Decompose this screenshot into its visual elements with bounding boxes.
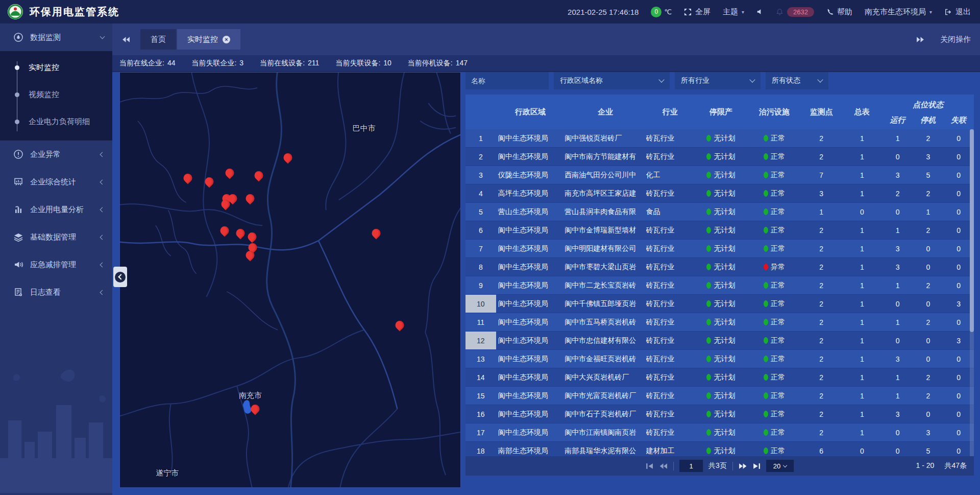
sidebar-item-enterprise-statistics[interactable]: 企业综合统计 xyxy=(0,168,112,196)
table-row[interactable]: 11阆中生态环境局阆中市五马桥页岩机砖砖瓦行业无计划正常21120 xyxy=(465,313,974,332)
tab-home[interactable]: 首页 xyxy=(140,29,176,50)
cell-company: 阆中明阳建材有限公司 xyxy=(565,240,646,257)
table-row[interactable]: 15阆中生态环境局阆中市光富页岩机砖厂砖瓦行业无计划正常21120 xyxy=(465,387,974,405)
header-monitor-points[interactable]: 监测点 xyxy=(801,95,842,129)
table-row[interactable]: 17阆中生态环境局阆中市江南镇阆南页岩砖瓦行业无计划正常21030 xyxy=(465,423,974,442)
previous-page-button[interactable] xyxy=(659,463,668,469)
table-row[interactable]: 10阆中生态环境局阆中千佛镇五郎垭页岩砖瓦行业无计划正常21003 xyxy=(465,295,974,313)
theme-dropdown[interactable]: 主题 ▾ xyxy=(723,7,744,17)
cell-production-status: 无计划 xyxy=(694,313,748,331)
cell-stopped: 2 xyxy=(913,313,943,331)
sidebar-item-video-monitoring[interactable]: 视频监控 xyxy=(0,81,112,108)
table-row[interactable]: 16阆中生态环境局阆中市石子页岩机砖厂砖瓦行业无计划正常21300 xyxy=(465,405,974,423)
status-filter-select[interactable]: 所有状态 xyxy=(766,72,828,89)
status-dot-icon xyxy=(706,319,711,325)
header-total-meters[interactable]: 总表 xyxy=(842,95,883,129)
industry-filter-select[interactable]: 所有行业 xyxy=(675,72,761,89)
cell-industry: 砖瓦行业 xyxy=(646,387,695,405)
cell-region: 阆中生态环境局 xyxy=(496,350,565,368)
sidebar-item-log-view[interactable]: 日志查看 xyxy=(0,278,112,306)
close-actions-button[interactable]: 关闭操作 xyxy=(940,35,971,44)
cell-stopped: 2 xyxy=(913,368,943,386)
table-row[interactable]: 1阆中生态环境局阆中强锐页岩砖厂砖瓦行业无计划正常21120 xyxy=(465,129,974,148)
cell-monitor-points: 2 xyxy=(801,350,842,368)
table-row[interactable]: 13阆中生态环境局阆中市金福旺页岩机砖砖瓦行业无计划正常21300 xyxy=(465,350,974,368)
sidebar-item-enterprise-power-load-detail[interactable]: 企业电力负荷明细 xyxy=(0,108,112,135)
logout-button[interactable]: 退出 xyxy=(944,7,971,17)
tab-scroll-left-button[interactable] xyxy=(121,36,130,43)
datetime-display: 2021-02-25 17:46:18 xyxy=(568,8,639,16)
sidebar-item-realtime-monitoring[interactable]: 实时监控 xyxy=(0,54,112,81)
org-dropdown[interactable]: 南充市生态环境局 ▾ xyxy=(865,7,932,17)
table-header: 行政区域 企业 行业 停限产 治污设施 监测点 总表 点位状态 运行 xyxy=(465,95,974,129)
page-number-input[interactable]: 1 xyxy=(679,460,703,472)
table-row[interactable]: 3仪陇生态环境局西南油气田分公司川中化工无计划正常71350 xyxy=(465,166,974,184)
cell-total-meters: 1 xyxy=(842,387,883,405)
help-button[interactable]: 帮助 xyxy=(826,7,852,17)
cell-company: 阆中市光富页岩机砖厂 xyxy=(565,387,646,405)
status-dot-icon xyxy=(706,447,711,454)
cell-production-status: 无计划 xyxy=(694,405,748,423)
table-row[interactable]: 8阆中生态环境局阆中市枣碧大梁山页岩砖瓦行业无计划异常21300 xyxy=(465,258,974,276)
cell-facility-status: 正常 xyxy=(748,442,801,456)
table-row[interactable]: 14阆中生态环境局阆中大兴页岩机砖厂砖瓦行业无计划正常21120 xyxy=(465,368,974,387)
tab-scroll-right-button[interactable] xyxy=(916,36,925,43)
sidebar-item-basic-data-management[interactable]: 基础数据管理 xyxy=(0,223,112,251)
cell-monitor-points: 2 xyxy=(801,405,842,423)
last-page-button[interactable] xyxy=(753,463,761,469)
notifications-button[interactable]: 2632 xyxy=(776,7,814,17)
stat-online-devices: 当前在线设备:211 xyxy=(260,59,319,68)
stat-value: 211 xyxy=(308,59,319,68)
record-total-label: 共47条 xyxy=(944,461,967,470)
log-file-icon xyxy=(13,287,23,297)
cell-index: 4 xyxy=(465,184,496,202)
header-stopped[interactable]: 停机 xyxy=(913,111,943,129)
header-industry[interactable]: 行业 xyxy=(646,95,695,129)
header-point-status-label: 点位状态 xyxy=(883,95,974,111)
table-row[interactable]: 2阆中生态环境局阆中市南方节能建材有砖瓦行业无计划正常21030 xyxy=(465,148,974,166)
tab-close-icon[interactable]: × xyxy=(223,36,230,43)
sound-toggle-button[interactable] xyxy=(756,8,764,15)
fullscreen-button[interactable]: 全屏 xyxy=(684,7,710,17)
header-running[interactable]: 运行 xyxy=(883,111,913,129)
sidebar-item-enterprise-abnormal[interactable]: 企业异常 xyxy=(0,140,112,168)
layers-icon xyxy=(13,232,23,242)
table-row[interactable]: 5营山生态环境局营山县润丰肉食品有限食品无计划正常10010 xyxy=(465,203,974,221)
table-row[interactable]: 18南部生态环境局南部县瑞华水泥有限公建材加工无计划正常60050 xyxy=(465,442,974,456)
header-company[interactable]: 企业 xyxy=(565,95,646,129)
cell-industry: 砖瓦行业 xyxy=(646,368,695,386)
table-row[interactable]: 9阆中生态环境局阆中市二龙长宝页岩砖砖瓦行业无计划正常21120 xyxy=(465,276,974,295)
sidebar-item-emergency-reduction-management[interactable]: 应急减排管理 xyxy=(0,251,112,278)
header-region[interactable]: 行政区域 xyxy=(496,95,565,129)
cell-region: 阆中生态环境局 xyxy=(496,387,565,405)
speaker-icon xyxy=(756,8,764,15)
chevron-down-icon xyxy=(817,77,823,82)
table-row[interactable]: 6阆中生态环境局阆中市金博瑞新型墙材砖瓦行业无计划正常21120 xyxy=(465,221,974,240)
cell-region: 阆中生态环境局 xyxy=(496,221,565,239)
next-page-button[interactable] xyxy=(739,463,747,469)
scrollbar-thumb[interactable] xyxy=(970,129,974,332)
header-production-limit[interactable]: 停限产 xyxy=(694,95,748,129)
table-row[interactable]: 7阆中生态环境局阆中明阳建材有限公司砖瓦行业无计划正常21300 xyxy=(465,240,974,258)
cell-facility-status: 正常 xyxy=(748,184,801,202)
header-disconnected[interactable]: 失联 xyxy=(943,111,974,129)
sidebar-item-enterprise-power-analysis[interactable]: 企业用电量分析 xyxy=(0,196,112,223)
tab-realtime-monitoring[interactable]: 实时监控× xyxy=(177,29,240,50)
table-panel: 行政区域名称 所有行业 所有状态 xyxy=(465,72,974,476)
sidebar-item-label: 企业用电量分析 xyxy=(30,205,84,215)
map-panel[interactable]: 巴中市南充市遂宁市 xyxy=(119,72,461,488)
table-row[interactable]: 4高坪生态环境局南充市高坪区王家店建砖瓦行业无计划正常31220 xyxy=(465,184,974,203)
sidebar-item-data-monitoring[interactable]: 数据监测 xyxy=(0,23,112,51)
table-scrollbar[interactable] xyxy=(970,129,974,456)
cell-disconnected: 0 xyxy=(943,442,974,456)
cell-industry: 砖瓦行业 xyxy=(646,148,695,166)
first-page-button[interactable] xyxy=(646,463,653,469)
page-size-select[interactable]: 20 xyxy=(766,460,794,472)
region-filter-select[interactable]: 行政区域名称 xyxy=(554,72,670,89)
map-collapse-button[interactable] xyxy=(113,267,127,287)
chevron-down-icon: ▾ xyxy=(929,9,932,15)
header-pollution-facility[interactable]: 治污设施 xyxy=(748,95,801,129)
cell-disconnected: 0 xyxy=(943,423,974,441)
name-filter-input[interactable] xyxy=(465,72,549,89)
table-row[interactable]: 12阆中生态环境局阆中市忠信建材有限公砖瓦行业无计划正常21003 xyxy=(465,332,974,350)
